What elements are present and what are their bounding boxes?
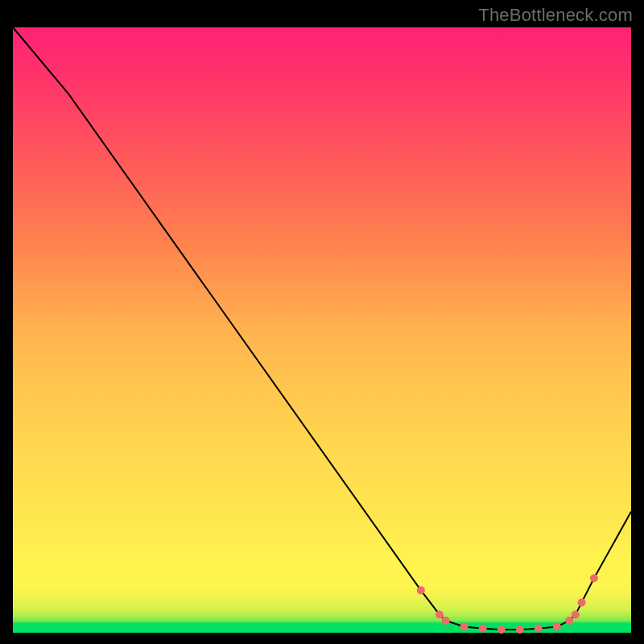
- highlight-dot: [578, 598, 586, 606]
- highlight-dot: [436, 610, 444, 618]
- highlight-dot: [590, 574, 598, 582]
- bottleneck-line: [13, 27, 631, 630]
- highlight-dot: [497, 625, 506, 634]
- highlight-dot: [535, 625, 543, 633]
- chart-root: TheBottleneck.com: [0, 0, 644, 644]
- highlight-dot: [516, 625, 524, 634]
- highlight-dot: [553, 622, 561, 630]
- watermark-text: TheBottleneck.com: [478, 5, 633, 26]
- highlight-dot: [565, 617, 573, 625]
- highlight-dot: [417, 586, 425, 594]
- highlight-dot: [479, 625, 487, 633]
- highlight-dot: [572, 610, 580, 618]
- plot-area: [13, 27, 631, 633]
- highlight-dot: [442, 617, 450, 625]
- curve-layer: [13, 27, 631, 633]
- highlight-dot: [460, 622, 469, 630]
